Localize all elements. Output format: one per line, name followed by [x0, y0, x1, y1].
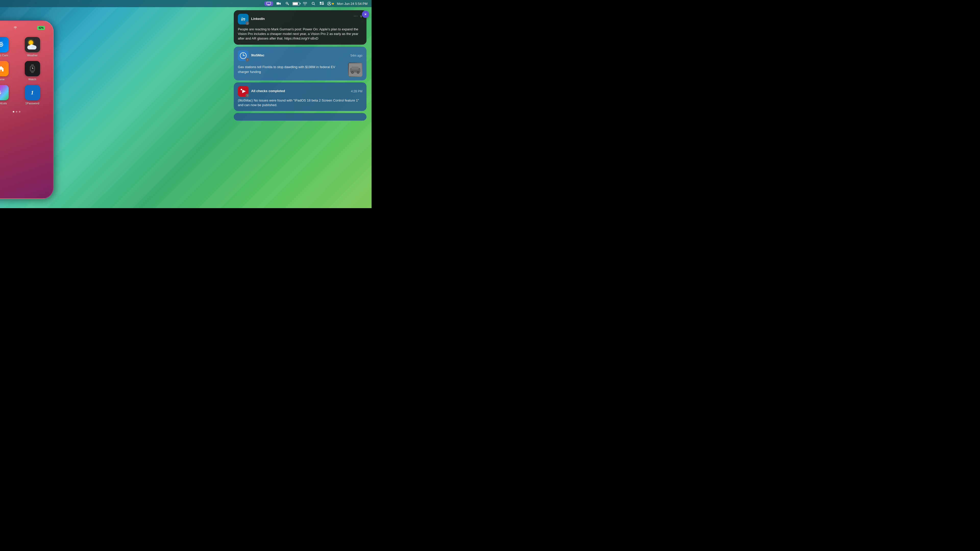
notification-more-button[interactable]: ··· — [354, 14, 358, 18]
1password-label: 1Password — [25, 102, 39, 105]
svg-point-32 — [358, 72, 359, 73]
linkedin-app-icon: in ↓ — [238, 14, 248, 24]
9to5mac-ev-thumbnail — [348, 62, 363, 77]
checks-text: (9to5Mac) No issues were found with "iPa… — [238, 98, 363, 107]
checks-app-icon: ↓ — [238, 86, 248, 97]
close-icon: × — [364, 12, 366, 16]
svg-rect-5 — [322, 2, 324, 3]
home-icon — [0, 61, 9, 76]
phone-mockup: 42% Magic Cam — [0, 21, 54, 199]
phone-app-grid: Magic Cam Weather — [0, 32, 51, 110]
svg-point-12 — [0, 44, 2, 45]
svg-rect-16 — [31, 64, 34, 66]
notification-center: in ↓ LinkedIn ··· ∨ People are reacting … — [234, 10, 366, 121]
menubar: Mon Jun 24 5:54 PM — [0, 0, 372, 7]
phone-battery: 42% — [37, 26, 45, 30]
control-center-icon[interactable] — [318, 2, 325, 5]
key-icon[interactable] — [284, 2, 290, 5]
svg-rect-0 — [267, 2, 271, 5]
9to5mac-badge: ↓ — [245, 58, 249, 62]
9to5mac-ev-time: 54m ago — [350, 54, 363, 57]
svg-point-8 — [322, 3, 323, 4]
phone-app-home[interactable]: Home — [0, 61, 14, 81]
phone-app-shortcuts[interactable]: Shortcuts — [0, 85, 14, 105]
shortcuts-label: Shortcuts — [0, 102, 7, 105]
phone-page-dots — [0, 110, 51, 114]
svg-rect-13 — [0, 42, 3, 42]
phone-status-bar: 42% — [0, 23, 51, 30]
phone-app-watch[interactable]: Watch — [19, 61, 46, 81]
wifi-icon[interactable] — [302, 2, 308, 5]
svg-rect-4 — [320, 2, 321, 3]
linkedin-badge: ↓ — [245, 21, 249, 25]
svg-rect-17 — [31, 71, 34, 73]
notification-9to5mac-ev[interactable]: ↓ 9to5Mac 54m ago Gas stations tell Flor… — [234, 47, 366, 80]
battery-indicator — [293, 2, 300, 5]
weather-label: Weather — [27, 54, 38, 57]
screen-share-icon[interactable] — [264, 1, 273, 6]
page-dot-2 — [16, 111, 18, 113]
9to5mac-app-icon: ↓ — [238, 50, 248, 61]
notification-linkedin[interactable]: in ↓ LinkedIn ··· ∨ People are reacting … — [234, 10, 366, 44]
weather-icon — [25, 37, 40, 52]
page-dot-1 — [13, 111, 14, 113]
phone-app-weather[interactable]: Weather — [19, 37, 46, 57]
spotlight-search-icon[interactable] — [310, 2, 317, 5]
linkedin-notification-title: LinkedIn — [251, 17, 265, 21]
checks-badge: ↓ — [245, 94, 249, 97]
svg-point-36 — [241, 89, 242, 90]
linkedin-notification-text: People are reacting to Mark Gurman's pos… — [238, 27, 363, 41]
user-status-dot — [332, 3, 334, 5]
weather-cloud — [27, 44, 37, 49]
user-menu[interactable] — [327, 2, 334, 6]
1password-icon: 1 — [25, 85, 40, 100]
phone-app-1password[interactable]: 1 1Password — [19, 85, 46, 105]
datetime-display: Mon Jun 24 5:54 PM — [336, 2, 369, 6]
page-dot-3 — [19, 111, 21, 113]
svg-point-31 — [352, 72, 353, 73]
notification-partial[interactable] — [234, 113, 366, 121]
svg-point-10 — [329, 3, 330, 4]
svg-rect-6 — [320, 4, 321, 5]
home-label: Home — [0, 78, 5, 81]
svg-rect-28 — [352, 67, 359, 70]
magic-cam-icon — [0, 37, 9, 52]
svg-rect-1 — [277, 2, 280, 5]
phone-wifi-icon — [14, 26, 17, 30]
watch-icon — [25, 61, 40, 76]
notification-checks[interactable]: ↓ All checks completed 4:28 PM (9to5Mac)… — [234, 83, 366, 111]
9to5mac-notification-title: 9to5Mac — [251, 53, 264, 57]
shortcuts-icon — [0, 85, 9, 100]
magic-cam-label: Magic Cam — [0, 54, 8, 57]
9to5mac-ev-text: Gas stations tell Florida to stop dawdli… — [238, 65, 345, 74]
checks-notification-title: All checks completed — [251, 89, 285, 93]
watch-label: Watch — [28, 78, 36, 81]
phone-app-magic-cam[interactable]: Magic Cam — [0, 37, 14, 57]
video-record-icon[interactable] — [275, 2, 282, 5]
notification-close-button[interactable]: × — [362, 11, 369, 18]
checks-time: 4:28 PM — [351, 89, 363, 93]
